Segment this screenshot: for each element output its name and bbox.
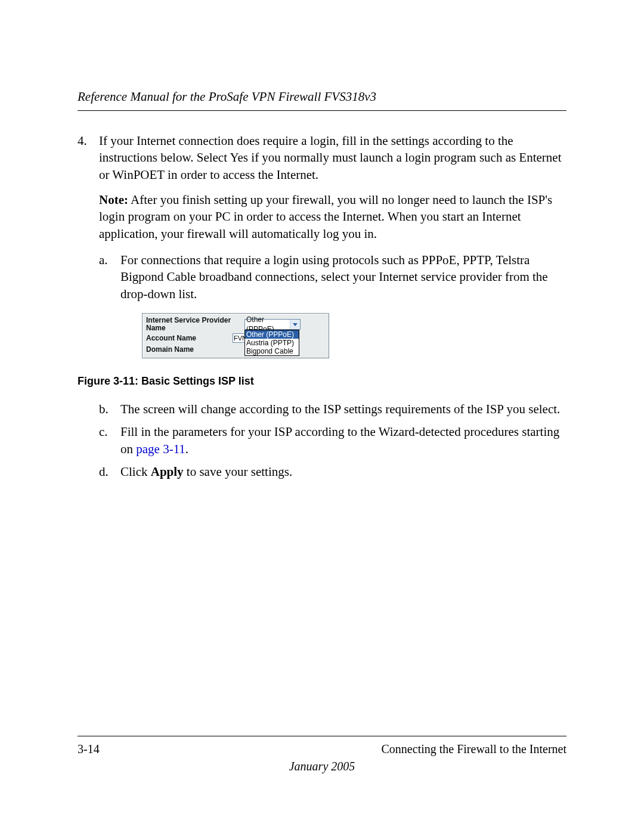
isp-option-pppoe[interactable]: Other (PPPoE)	[245, 330, 299, 339]
sub-step-text-post: .	[185, 442, 188, 456]
isp-name-label: Internet Service Provider Name	[146, 317, 233, 332]
figure-container: Internet Service Provider Name Other (PP…	[142, 313, 566, 358]
instruction-list-continued: b. The screen will change according to t…	[78, 401, 566, 480]
chapter-title: Connecting the Firewall to the Internet	[382, 742, 566, 756]
note-paragraph: Note: After you finish setting up your f…	[99, 191, 566, 242]
account-name-label: Account Name	[146, 333, 233, 343]
footer-date: January 2005	[78, 760, 566, 773]
continued-wrapper: b. The screen will change according to t…	[78, 401, 566, 480]
note-label: Note:	[99, 193, 128, 207]
sub-step-letter: c.	[99, 423, 108, 440]
chevron-down-icon[interactable]	[290, 320, 300, 329]
isp-select[interactable]: Other (PPPoE)	[244, 319, 301, 330]
sub-step-d: d. Click Apply to save your settings.	[99, 463, 566, 480]
isp-settings-panel: Internet Service Provider Name Other (PP…	[142, 313, 329, 358]
sub-step-letter: a.	[99, 252, 108, 268]
instruction-list: 4. If your Internet connection does requ…	[78, 132, 566, 358]
sub-step-b: b. The screen will change according to t…	[99, 401, 566, 417]
sub-step-text-pre: Click	[120, 465, 151, 479]
sub-step-list: a. For connections that require a login …	[99, 252, 566, 358]
figure-caption: Figure 3-11: Basic Settings ISP list	[78, 375, 566, 388]
page-number: 3-14	[78, 742, 100, 756]
header-rule	[78, 110, 566, 111]
isp-option-pptp[interactable]: Austria (PPTP)	[245, 339, 299, 347]
sub-step-a: a. For connections that require a login …	[99, 252, 566, 358]
page-link[interactable]: page 3-11	[136, 442, 185, 456]
sub-step-text-post: to save your settings.	[184, 465, 293, 479]
account-name-input[interactable]: FVN	[233, 333, 246, 343]
domain-name-label: Domain Name	[146, 345, 233, 354]
document-page: Reference Manual for the ProSafe VPN Fir…	[0, 0, 644, 833]
step-text: If your Internet connection does require…	[99, 134, 562, 182]
apply-label: Apply	[151, 465, 184, 479]
sub-step-list-continued: b. The screen will change according to t…	[99, 401, 566, 480]
footer-rule	[78, 736, 566, 736]
running-header: Reference Manual for the ProSafe VPN Fir…	[78, 89, 566, 104]
sub-step-text: For connections that require a login usi…	[120, 253, 548, 301]
note-text: After you finish setting up your firewal…	[99, 193, 552, 241]
sub-step-letter: d.	[99, 463, 109, 480]
sub-step-text: The screen will change according to the …	[120, 402, 560, 416]
step-number: 4.	[78, 132, 87, 149]
isp-dropdown-list[interactable]: Other (PPPoE) Austria (PPTP) Bigpond Cab…	[244, 330, 299, 356]
instruction-step-4: 4. If your Internet connection does requ…	[78, 132, 566, 358]
sub-step-letter: b.	[99, 401, 109, 417]
page-footer: 3-14 Connecting the Firewall to the Inte…	[78, 736, 566, 773]
sub-step-c: c. Fill in the parameters for your ISP a…	[99, 423, 566, 457]
isp-option-bigpond[interactable]: Bigpond Cable	[245, 347, 299, 355]
